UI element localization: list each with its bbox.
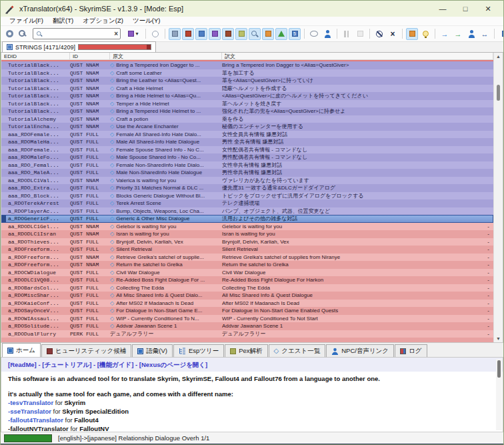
menu-translate[interactable]: 翻訳(T) — [48, 17, 78, 25]
table-row[interactable]: a_RDOKaieConf...QUST FULL◇After MS02 If … — [1, 300, 493, 308]
tab-npc-voice[interactable]: NPC/音声リンク — [326, 344, 394, 357]
filter-blue-icon[interactable] — [195, 28, 207, 40]
table-row[interactable]: a_RDOSayOnceV...QUST FULL◇For Dialogue I… — [1, 307, 493, 315]
table-row[interactable]: a_RDOMiscShar...QUST FULL◇All Misc Share… — [1, 292, 493, 300]
filter-maroon-icon[interactable] — [222, 28, 234, 40]
table-row[interactable]: a_RDOSolitude...QUST FULL◇Addvar Jawanan… — [1, 322, 493, 330]
filter-search-icon[interactable] — [249, 28, 261, 40]
tool-name-link[interactable]: -sseTranslator — [8, 408, 51, 415]
table-row[interactable]: aaa_RDOFemale...QUST FULL◇Female All Sha… — [1, 131, 493, 139]
diamond-icon: ◇ — [110, 70, 114, 76]
table-row[interactable]: TutorialBlack...QUST NNAM◇Temper a Hide … — [1, 100, 493, 108]
filter-orange-icon[interactable] — [262, 28, 274, 40]
table-row[interactable]: aaa_RDOMaleFo...QUST FULL◇Male Spouse Sh… — [1, 153, 493, 161]
swap-icon[interactable]: ↔ — [479, 28, 491, 40]
maximize-button[interactable]: □ — [454, 1, 477, 16]
lightbulb-icon[interactable] — [419, 28, 431, 40]
tab-log[interactable]: ログ — [395, 344, 427, 357]
minimize-button[interactable]: — — [431, 1, 454, 16]
menu-tools[interactable]: ツール(Y) — [128, 17, 165, 25]
tool-name-link[interactable]: -fallout4Translator — [8, 416, 63, 424]
column-header-target[interactable]: 訳文 — [222, 53, 493, 59]
table-row[interactable]: a_RDOCWDialogueQUST FULL◇Civil War Dialo… — [1, 269, 493, 277]
table-row[interactable]: TutorialBlack...QUST NNAM◇Craft a Hide H… — [1, 85, 493, 93]
help-header-link[interactable]: [機能ガイド] — [97, 361, 134, 368]
help-scrollbar[interactable] — [496, 359, 502, 430]
menu-file[interactable]: ファイル(F) — [5, 17, 48, 25]
table-row[interactable]: TutorialBlack...QUST NNAM◇Bring a Hide H… — [1, 92, 493, 100]
filter-red-icon[interactable] — [182, 28, 194, 40]
stop-icon[interactable] — [354, 28, 366, 40]
table-row[interactable]: TutorialBlack...QUST NNAM◇Craft some Lea… — [1, 69, 493, 77]
column-header-source[interactable]: 原文 — [110, 53, 222, 59]
language-menu-button[interactable]: ▾ — [498, 28, 504, 40]
scrollbar-thumb[interactable] — [497, 85, 500, 101]
filter-triangle-icon[interactable] — [275, 28, 287, 40]
table-row[interactable]: aaa_RDOMaleHa...QUST FULL◇Male All Share… — [1, 138, 493, 146]
table-row[interactable]: a_RDOWIAssaul...QUST FULL◇WIP - Currentl… — [1, 315, 493, 323]
table-row[interactable]: TutorialBlack...QUST NNAM◇Bring the Leat… — [1, 77, 493, 85]
close-x-icon[interactable]: × — [387, 28, 399, 40]
menu-options[interactable]: オプション(Z) — [78, 17, 128, 25]
user-search-icon[interactable] — [465, 28, 477, 40]
table-row[interactable]: aaa_RDO_MaleA...QUST FULL◇Male Non-Share… — [1, 169, 493, 177]
key-icon[interactable] — [17, 28, 29, 40]
export-icon[interactable]: → — [452, 28, 464, 40]
table-row[interactable]: a_RDOFreeform...QUST FULL◇Silent Retriev… — [1, 246, 493, 254]
table-row[interactable]: aaa_RDO_Block...QUST FULL◇Blocks Generic… — [1, 192, 493, 200]
column-header-edid[interactable]: EDID — [1, 53, 70, 59]
close-button[interactable]: ✕ — [477, 1, 499, 16]
filter-olive-icon[interactable] — [235, 28, 247, 40]
table-row[interactable]: a_RDOPlayerAc...QUST FULL◇Bump, Objects,… — [1, 207, 493, 215]
pause-icon[interactable] — [341, 28, 353, 40]
table-row[interactable]: a_RDOGenericF...QUST FULL◇Generic & Othe… — [1, 215, 493, 223]
table-row[interactable]: aa_RDODLC1Val...QUST NNAM◇Valerica is wa… — [1, 177, 493, 185]
column-header-id[interactable]: ID — [70, 53, 110, 59]
filter-purple-icon[interactable] — [209, 28, 221, 40]
table-row[interactable]: a_RDODLC1VQ08...QUST FULL◇Re-Added Boss … — [1, 276, 493, 284]
scroll-down-icon[interactable]: ▼ — [494, 335, 503, 342]
tab-pex[interactable]: Pex解析 — [225, 344, 267, 357]
table-row[interactable]: aaa_RDOFemale...QUST FULL◇Female Spouse … — [1, 146, 493, 154]
help-header-link[interactable]: [チュートリアル] — [42, 361, 91, 368]
tool-name-link[interactable]: -tesvTranslator — [8, 399, 53, 406]
table-row[interactable]: a_RDOFreeform...QUST NNAM◇Retrieve Grelk… — [1, 254, 493, 262]
strings-tab[interactable]: STRINGS [4171/4209] — [2, 41, 156, 52]
scrollbar-thumb[interactable] — [497, 360, 501, 378]
help-header-link[interactable]: [ReadMe] — [8, 361, 37, 368]
search-input[interactable] — [43, 31, 114, 37]
table-row[interactable]: aaa_RDO_Extra...QUST FULL◇Priority 31 Ma… — [1, 184, 493, 192]
table-row[interactable]: TutorialBlack...QUST NNAM◇Bring a Temper… — [1, 107, 493, 115]
tab-quest-list[interactable]: ◇クエスト一覧 — [269, 344, 326, 357]
circle-icon[interactable] — [149, 28, 161, 40]
tab-vocabulary[interactable]: 語彙(V) — [132, 344, 173, 357]
tab-heuristic[interactable]: ヒューリスティック候補 — [41, 344, 131, 357]
speech-bubble-icon[interactable] — [308, 28, 320, 40]
scroll-up-icon[interactable]: ▲ — [494, 53, 503, 60]
table-row[interactable]: TutorialBlack...QUST NNAM◇Bring a Temper… — [1, 61, 493, 69]
table-row[interactable]: aa_RDODLC1IsranQUST NNAM◇Isran is waitin… — [1, 230, 493, 238]
table-row[interactable]: aa_RDODLC1Gel...QUST NNAM◇Gelebor is wai… — [1, 223, 493, 231]
filter-steel-icon[interactable] — [169, 28, 181, 40]
table-row[interactable]: a_RDOTerekArrestQUST FULL◇Terek Arrest S… — [1, 199, 493, 207]
filter-strings-icon[interactable]: 5 — [289, 28, 301, 40]
npc-person-icon[interactable] — [321, 28, 333, 40]
tab-home[interactable]: ホーム — [2, 343, 41, 357]
table-row[interactable]: a_RDOFreeform...QUST NNAM◇Return the sat… — [1, 261, 493, 269]
table-scrollbar[interactable]: ▲ ▼ — [493, 53, 503, 342]
table-row-clipped[interactable] — [1, 338, 493, 342]
translate-color-menu-button[interactable]: ▾ — [125, 28, 142, 40]
slashed-circle-icon[interactable] — [373, 28, 385, 40]
settings-icon[interactable] — [3, 28, 15, 40]
clear-search-icon[interactable]: × — [114, 30, 118, 37]
table-row[interactable]: TutorialEncha...QUST NNAM◇Use the Arcane… — [1, 123, 493, 131]
help-header-link[interactable]: [Nexusのページを開く] — [139, 361, 207, 368]
import-icon[interactable]: → — [439, 28, 451, 40]
tab-esp-tree[interactable]: Espツリー — [173, 344, 224, 357]
highlight-orange-icon[interactable] — [406, 28, 418, 40]
table-row[interactable]: TutorialAlchemyQUST NNAM◇Craft a potion薬… — [1, 115, 493, 123]
table-row[interactable]: aaa_RDO_Femal...QUST FULL◇Female Non-Sha… — [1, 161, 493, 169]
table-row[interactable]: a_RDODualFlurryPERK FULLデュアルフラリーデュアルフラリー… — [1, 330, 493, 338]
table-row[interactable]: a_RDOBardsCol...QUST FULL◇Collecting The… — [1, 284, 493, 292]
table-row[interactable]: aa_RDOThieves...QUST FULL◇Brynjolf, Delv… — [1, 238, 493, 246]
